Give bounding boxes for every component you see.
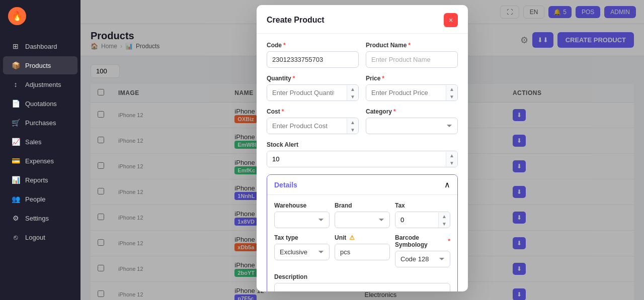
- adjustments-icon: ↕: [11, 80, 20, 88]
- product-name-input[interactable]: [366, 51, 458, 68]
- tax-label: Tax: [395, 202, 450, 209]
- cost-label: Cost *: [267, 108, 359, 115]
- code-input[interactable]: [267, 51, 359, 68]
- sidebar-logo: 🔥: [0, 0, 80, 32]
- modal-title: Create Product: [267, 16, 325, 25]
- unit-label: Unit ⚠: [335, 234, 390, 241]
- required-indicator: *: [283, 42, 286, 49]
- price-up[interactable]: ▲: [446, 85, 457, 93]
- brand-select[interactable]: [335, 212, 390, 228]
- quantity-down[interactable]: ▼: [347, 93, 358, 101]
- cost-input-wrapper: ▲ ▼: [267, 118, 359, 134]
- sidebar-item-label: Reports: [25, 176, 48, 184]
- cost-category-row: Cost * ▲ ▼ Category: [267, 108, 458, 134]
- settings-icon: ⚙: [11, 214, 20, 222]
- cost-input[interactable]: [267, 118, 347, 134]
- code-name-row: Code * Product Name *: [267, 42, 458, 68]
- sidebar-item-reports[interactable]: 📊 Reports: [3, 171, 77, 189]
- quantity-up[interactable]: ▲: [347, 85, 358, 93]
- unit-input[interactable]: [335, 244, 390, 260]
- required-indicator: *: [448, 238, 450, 245]
- purchases-icon: 🛒: [11, 119, 20, 127]
- quantity-label: Quantity *: [267, 75, 359, 82]
- description-label: Description: [274, 273, 450, 280]
- stock-alert-input-wrapper: ▲ ▼: [267, 151, 458, 167]
- sidebar-item-quotations[interactable]: 📄 Quotations: [3, 94, 77, 113]
- sidebar-item-label: Sales: [25, 138, 42, 146]
- tax-input[interactable]: [395, 212, 438, 228]
- warehouse-brand-tax-row: Warehouse Brand: [274, 202, 450, 228]
- warehouse-label: Warehouse: [274, 202, 330, 209]
- barcode-label: Barcode Symbology *: [395, 234, 450, 248]
- price-group: Price * ▲ ▼: [366, 75, 458, 101]
- stock-alert-arrows: ▲ ▼: [446, 152, 457, 167]
- qty-price-row: Quantity * ▲ ▼ Price: [267, 75, 458, 101]
- collapse-icon: ∧: [444, 180, 450, 189]
- stock-alert-input[interactable]: [267, 151, 446, 167]
- sidebar-item-logout[interactable]: ⎋ Logout: [3, 228, 77, 246]
- tax-type-label: Tax type: [274, 234, 330, 241]
- tax-group: Tax ▲ ▼: [395, 202, 450, 228]
- sidebar-item-sales[interactable]: 📈 Sales: [3, 133, 77, 151]
- price-label: Price *: [366, 75, 458, 82]
- sidebar-item-dashboard[interactable]: ⊞ Dashboard: [3, 37, 77, 55]
- tax-down[interactable]: ▼: [439, 220, 450, 228]
- cost-arrows: ▲ ▼: [347, 119, 358, 134]
- sidebar-item-expenses[interactable]: 💳 Expenses: [3, 152, 77, 170]
- sidebar-item-label: Products: [25, 62, 51, 69]
- sidebar-item-label: Adjustments: [25, 81, 61, 88]
- stock-alert-label: Stock Alert: [267, 141, 458, 148]
- details-section: Details ∧ Warehouse: [267, 174, 458, 291]
- tax-up[interactable]: ▲: [439, 213, 450, 220]
- sidebar-item-label: People: [25, 195, 45, 203]
- sidebar-item-label: Purchases: [25, 119, 56, 127]
- details-body: Warehouse Brand: [267, 194, 457, 291]
- category-select[interactable]: [366, 118, 458, 134]
- brand-group: Brand: [335, 202, 390, 228]
- details-header[interactable]: Details ∧: [267, 175, 457, 194]
- expenses-icon: 💳: [11, 157, 20, 165]
- description-input[interactable]: [274, 283, 450, 291]
- price-down[interactable]: ▼: [446, 93, 457, 101]
- reports-icon: 📊: [11, 176, 20, 184]
- code-group: Code *: [267, 42, 359, 68]
- unit-group: Unit ⚠: [335, 234, 390, 267]
- required-indicator: *: [382, 75, 384, 82]
- barcode-select[interactable]: Code 128: [395, 251, 450, 267]
- modal-close-button[interactable]: ×: [444, 13, 458, 27]
- required-indicator: *: [282, 108, 284, 115]
- tax-type-select[interactable]: Exclusive: [274, 244, 330, 260]
- price-arrows: ▲ ▼: [446, 85, 457, 101]
- cost-down[interactable]: ▼: [347, 126, 358, 134]
- sales-icon: 📈: [11, 138, 20, 146]
- details-label: Details: [274, 181, 297, 189]
- sidebar-nav: ⊞ Dashboard 📦 Products ↕ Adjustments 📄 Q…: [0, 32, 80, 300]
- stock-alert-down[interactable]: ▼: [446, 159, 457, 167]
- cost-up[interactable]: ▲: [347, 119, 358, 126]
- sidebar-item-products[interactable]: 📦 Products: [3, 56, 77, 74]
- sidebar: 🔥 ⊞ Dashboard 📦 Products ↕ Adjustments 📄…: [0, 0, 80, 300]
- warehouse-select[interactable]: [274, 212, 330, 228]
- sidebar-item-adjustments[interactable]: ↕ Adjustments: [3, 75, 77, 93]
- tax-arrows: ▲ ▼: [438, 213, 450, 228]
- sidebar-item-purchases[interactable]: 🛒 Purchases: [3, 114, 77, 132]
- taxtype-unit-barcode-row: Tax type Exclusive Unit ⚠: [274, 234, 450, 267]
- modal-overlay: Create Product × Code * Product N: [80, 0, 644, 300]
- sidebar-item-label: Logout: [25, 234, 45, 241]
- stock-alert-up[interactable]: ▲: [446, 152, 457, 159]
- code-label: Code *: [267, 42, 359, 49]
- sidebar-item-settings[interactable]: ⚙ Settings: [3, 209, 77, 227]
- product-name-group: Product Name *: [366, 42, 458, 68]
- tax-type-group: Tax type Exclusive: [274, 234, 330, 267]
- required-indicator: *: [408, 42, 411, 49]
- sidebar-item-label: Settings: [25, 215, 49, 222]
- description-group: Description: [274, 273, 450, 291]
- required-indicator: *: [393, 108, 396, 115]
- sidebar-item-people[interactable]: 👥 People: [3, 190, 77, 208]
- quantity-arrows: ▲ ▼: [347, 85, 358, 101]
- modal-header: Create Product ×: [257, 5, 468, 34]
- price-input-wrapper: ▲ ▼: [366, 84, 458, 101]
- quantity-input[interactable]: [267, 85, 347, 101]
- tax-input-wrapper: ▲ ▼: [395, 212, 450, 228]
- price-input[interactable]: [366, 85, 446, 101]
